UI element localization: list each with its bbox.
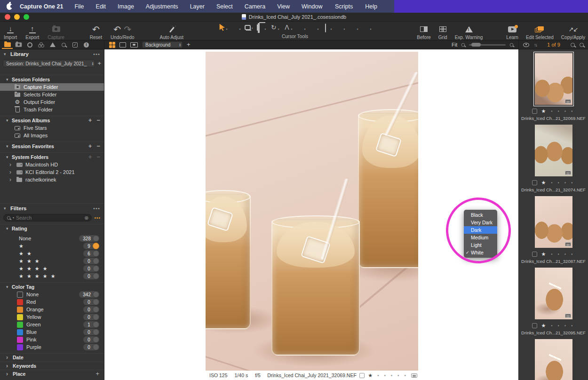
filmstrip-zoom-icon[interactable]: [580, 43, 584, 47]
filter-toggle[interactable]: [93, 336, 99, 343]
tab-capture[interactable]: [15, 41, 23, 48]
section-color-tag[interactable]: ▾ Color Tag: [0, 283, 104, 291]
folder-capture[interactable]: Capture Folder: [0, 83, 104, 91]
copy-apply-button[interactable]: ↗↙ Copy/Apply: [561, 22, 585, 40]
album-five-stars[interactable]: Five Stars: [0, 124, 104, 132]
filter-color-blue[interactable]: Blue 0: [0, 328, 104, 336]
remove-favorite-button[interactable]: −: [96, 144, 100, 149]
menu-file[interactable]: File: [74, 3, 84, 10]
filter-toggle[interactable]: [93, 344, 99, 350]
rating-dots[interactable]: • • • •: [551, 323, 574, 328]
thumbnail-image[interactable]: [535, 339, 572, 380]
collapse-chevron-icon[interactable]: ▾: [4, 206, 8, 211]
thumbnail-image[interactable]: [535, 196, 572, 248]
tab-details[interactable]: [60, 41, 68, 48]
grid-button[interactable]: Grid: [438, 22, 447, 40]
pick-checkbox[interactable]: [532, 323, 537, 328]
menu-option-medium[interactable]: Medium: [464, 234, 497, 241]
rotate-tool[interactable]: ↻▾: [270, 24, 279, 31]
filter-rating-3[interactable]: ★ ★ ★ 0: [0, 257, 104, 265]
menu-scripts[interactable]: Scripts: [335, 3, 353, 10]
new-session-button[interactable]: +: [97, 61, 101, 66]
spot-tool[interactable]: ▾: [363, 24, 372, 31]
pick-checkbox[interactable]: [532, 109, 537, 114]
draw-mask-tool[interactable]: ▾: [297, 24, 306, 31]
filter-toggle[interactable]: [93, 258, 99, 264]
tab-exposure[interactable]: [48, 41, 56, 48]
add-view-button[interactable]: +: [187, 42, 191, 47]
undo-redo-button[interactable]: ↶ ↷ Undo/Redo: [111, 22, 135, 40]
rating-star[interactable]: ★: [541, 108, 547, 114]
filter-toggle[interactable]: [93, 329, 99, 335]
gradient-mask-tool[interactable]: ▾: [350, 24, 358, 31]
filter-toggle[interactable]: [93, 321, 99, 328]
tab-metadata[interactable]: ✓: [71, 41, 79, 48]
filter-color-green[interactable]: Green 1: [0, 321, 104, 328]
edit-selected-button[interactable]: Edit Selected: [526, 22, 554, 40]
menu-option-white[interactable]: ✓ White: [464, 249, 497, 256]
crop-tool[interactable]: ▾: [257, 24, 266, 31]
exposure-warning-button[interactable]: Exp. Warning: [455, 22, 483, 40]
filters-more-icon[interactable]: •••: [93, 206, 100, 211]
menu-window[interactable]: Window: [302, 3, 322, 10]
rating-dots[interactable]: • • • •: [551, 109, 574, 114]
collapse-chevron-icon[interactable]: ▾: [4, 52, 8, 56]
section-place[interactable]: › Place +: [0, 370, 104, 378]
filter-toggle[interactable]: [93, 250, 99, 257]
rating-star[interactable]: ★: [541, 323, 547, 329]
sort-icon[interactable]: ↑↓: [534, 42, 537, 48]
auto-adjust-button[interactable]: Auto Adjust: [160, 22, 184, 40]
menu-option-dark[interactable]: Dark: [464, 226, 497, 234]
filter-toggle[interactable]: [93, 291, 99, 298]
tab-lens[interactable]: [26, 41, 34, 48]
tab-color[interactable]: [37, 41, 45, 48]
zoom-out-icon[interactable]: [461, 43, 465, 47]
section-session-folders[interactable]: ▾ Session Folders: [0, 75, 104, 83]
disclosure-icon[interactable]: ›: [9, 162, 13, 167]
heal-tool[interactable]: ▾: [323, 24, 332, 31]
proof-view-icon[interactable]: [130, 42, 138, 48]
pick-checkbox[interactable]: [532, 180, 537, 185]
folder-output[interactable]: ⚙ Output Folder: [0, 98, 104, 106]
learn-button[interactable]: Learn: [506, 22, 518, 40]
clone-tool[interactable]: ▾: [336, 24, 345, 31]
disclosure-icon[interactable]: ›: [9, 170, 13, 174]
filmstrip-search-icon[interactable]: [571, 43, 575, 47]
menu-view[interactable]: View: [277, 3, 290, 10]
add-place-button[interactable]: +: [95, 372, 99, 376]
folder-trash[interactable]: Trash Folder: [0, 106, 104, 113]
multi-view-icon[interactable]: [109, 42, 115, 48]
filter-rating-1[interactable]: ★ 9: [0, 242, 104, 250]
loupe-tool[interactable]: ▾: [245, 24, 253, 30]
filter-toggle[interactable]: [93, 306, 99, 313]
section-date[interactable]: › Date: [0, 354, 104, 362]
menu-help[interactable]: Help: [365, 3, 377, 10]
filter-color-none[interactable]: None 342: [0, 291, 104, 298]
rating-dots[interactable]: • • • •: [551, 180, 574, 185]
thumbnail-image[interactable]: [535, 268, 572, 319]
filter-rating-2[interactable]: ★ ★ 6: [0, 250, 104, 257]
clear-search-icon[interactable]: ⊗: [84, 215, 88, 221]
filter-rating-5[interactable]: ★ ★ ★ ★ ★ 0: [0, 272, 104, 280]
library-more-icon[interactable]: •••: [93, 51, 100, 57]
filter-toggle-active[interactable]: [93, 243, 99, 249]
import-button[interactable]: ↓ Import: [4, 22, 17, 40]
add-album-button[interactable]: +: [88, 118, 92, 123]
filter-toggle[interactable]: [93, 299, 99, 305]
export-button[interactable]: ↑ Export: [25, 22, 39, 40]
menu-edit[interactable]: Edit: [96, 3, 106, 10]
section-session-favorites[interactable]: ▾ Session Favorites +−: [0, 142, 104, 150]
select-tool[interactable]: ▾: [218, 24, 227, 31]
remove-album-button[interactable]: −: [96, 118, 100, 123]
filters-header[interactable]: ▾ Filters •••: [0, 204, 104, 213]
single-view-icon[interactable]: [119, 42, 126, 48]
filter-color-yellow[interactable]: Yellow 0: [0, 313, 104, 321]
fit-dropdown[interactable]: Fit: [452, 42, 457, 48]
add-favorite-button[interactable]: +: [88, 144, 92, 149]
folder-selects[interactable]: Selects Folder: [0, 91, 104, 98]
session-select[interactable]: Session: Drinks_Iced Chai_July 2021_ ▴▾: [3, 60, 95, 67]
zoom-slider[interactable]: [469, 44, 506, 46]
album-all-images[interactable]: All Images: [0, 132, 104, 139]
search-options-icon[interactable]: •••: [94, 215, 101, 221]
system-kci-editorial[interactable]: › KCI Editorial 2 - 2021: [0, 168, 104, 176]
